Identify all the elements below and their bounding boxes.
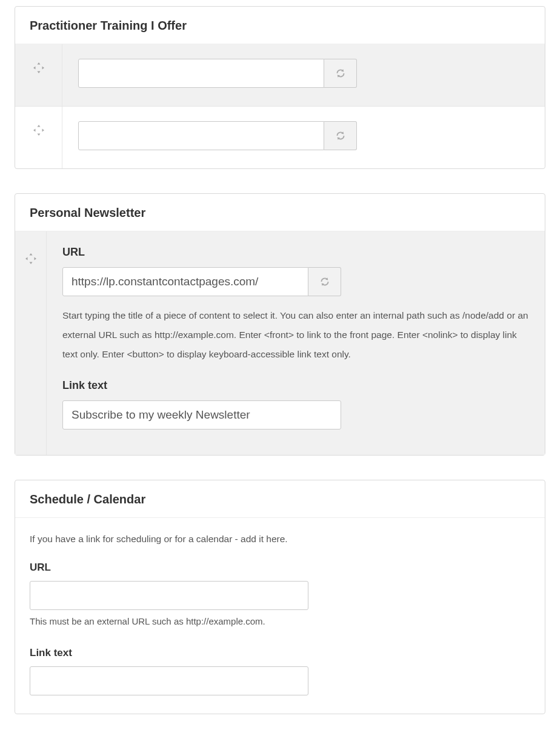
refresh-icon (335, 130, 346, 141)
training-input-1[interactable] (78, 121, 324, 150)
drag-handle[interactable] (15, 107, 62, 168)
training-row-content (62, 107, 545, 168)
training-panel: Practitioner Training I Offer (15, 6, 545, 169)
schedule-panel: Schedule / Calendar If you have a link f… (15, 480, 545, 714)
schedule-linktext-label: Link text (30, 647, 530, 659)
training-row (15, 107, 545, 168)
training-row-content (62, 44, 545, 106)
refresh-button[interactable] (324, 121, 357, 150)
newsletter-url-input[interactable] (62, 267, 308, 296)
move-icon (33, 125, 44, 136)
drag-handle[interactable] (15, 44, 62, 106)
linktext-label: Link text (62, 379, 529, 392)
schedule-body: If you have a link for scheduling or for… (15, 518, 545, 714)
schedule-header: Schedule / Calendar (15, 480, 545, 518)
schedule-description: If you have a link for scheduling or for… (30, 534, 530, 545)
schedule-title: Schedule / Calendar (30, 492, 530, 506)
refresh-button[interactable] (308, 267, 341, 296)
newsletter-linktext-input[interactable] (62, 400, 341, 429)
move-icon (33, 62, 44, 73)
schedule-url-input[interactable] (30, 581, 308, 610)
newsletter-content: URL Start typing the title of a piece of… (47, 231, 545, 455)
refresh-icon (335, 68, 346, 79)
schedule-linktext-input[interactable] (30, 666, 308, 695)
training-title: Practitioner Training I Offer (30, 19, 530, 33)
url-help-text: Start typing the title of a piece of con… (62, 306, 529, 363)
refresh-icon (319, 276, 330, 287)
training-input-0[interactable] (78, 59, 324, 88)
schedule-url-label: URL (30, 562, 530, 574)
drag-handle[interactable] (15, 231, 47, 455)
move-icon (25, 253, 36, 264)
refresh-button[interactable] (324, 59, 357, 88)
newsletter-header: Personal Newsletter (15, 194, 545, 231)
newsletter-panel: Personal Newsletter URL Start typing the… (15, 193, 545, 456)
training-header: Practitioner Training I Offer (15, 7, 545, 44)
schedule-url-help: This must be an external URL such as htt… (30, 616, 530, 626)
url-label: URL (62, 246, 529, 259)
newsletter-title: Personal Newsletter (30, 206, 530, 220)
newsletter-row: URL Start typing the title of a piece of… (15, 231, 545, 455)
training-row (15, 44, 545, 107)
